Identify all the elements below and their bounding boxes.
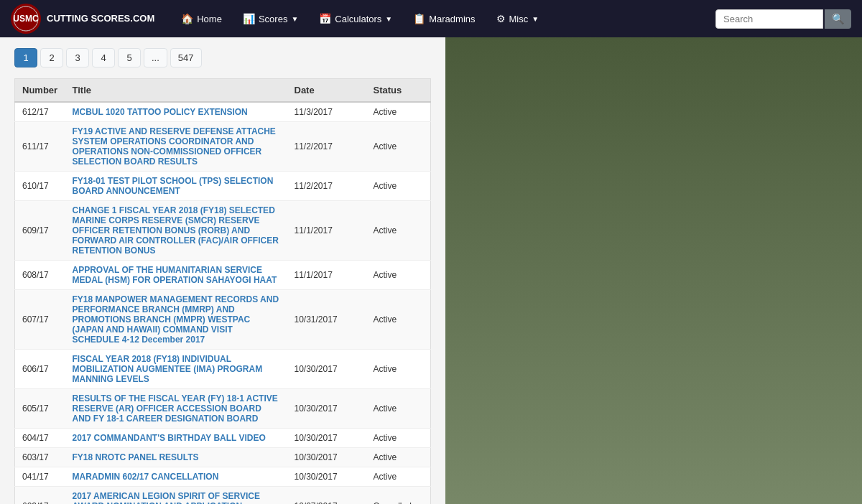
col-header-date: Date (287, 79, 366, 103)
nav-misc[interactable]: ⚙ Misc ▼ (488, 7, 548, 30)
title-link[interactable]: FY18 MANPOWER MANAGEMENT RECORDS AND PER… (73, 294, 279, 345)
cell-title: CHANGE 1 FISCAL YEAR 2018 (FY18) SELECTE… (65, 201, 287, 261)
cell-status: Active (366, 261, 431, 290)
page-btn-2[interactable]: 2 (40, 48, 63, 67)
cell-date: 11/3/2017 (287, 102, 366, 122)
table-row: 606/17FISCAL YEAR 2018 (FY18) INDIVIDUAL… (15, 350, 431, 389)
cell-title: FY19 ACTIVE AND RESERVE DEFENSE ATTACHE … (65, 122, 287, 172)
cell-date: 10/30/2017 (287, 429, 366, 448)
table-row: 611/17FY19 ACTIVE AND RESERVE DEFENSE AT… (15, 122, 431, 172)
nav-scores[interactable]: 📊 Scores ▼ (234, 7, 307, 30)
title-link[interactable]: CHANGE 1 FISCAL YEAR 2018 (FY18) SELECTE… (73, 205, 279, 256)
cell-date: 10/31/2017 (287, 290, 366, 350)
col-header-number: Number (15, 79, 65, 103)
cell-number: 041/17 (15, 467, 65, 487)
col-header-title: Title (65, 79, 287, 103)
cell-date: 10/30/2017 (287, 389, 366, 429)
page-btn-5[interactable]: 5 (118, 48, 141, 67)
misc-icon: ⚙ (496, 13, 506, 24)
cell-date: 11/2/2017 (287, 172, 366, 201)
page-btn-...[interactable]: ... (144, 48, 167, 67)
cell-title: APPROVAL OF THE HUMANITARIAN SERVICE MED… (65, 261, 287, 290)
cell-number: 611/17 (15, 122, 65, 172)
search-button[interactable]: 🔍 (825, 9, 851, 29)
nav-home-label: Home (197, 14, 222, 24)
cell-status: Active (366, 201, 431, 261)
cell-number: 607/17 (15, 290, 65, 350)
maradmins-table: Number Title Date Status 612/17MCBUL 102… (14, 78, 431, 504)
cell-title: MCBUL 1020 TATTOO POLICY EXTENSION (65, 102, 287, 122)
title-link[interactable]: FY18 NROTC PANEL RESULTS (73, 452, 199, 462)
cell-status: Active (366, 122, 431, 172)
cell-date: 11/1/2017 (287, 261, 366, 290)
nav-calculators[interactable]: 📅 Calculators ▼ (310, 7, 401, 30)
marine-logo-svg: USMC (13, 6, 39, 32)
cell-number: 604/17 (15, 429, 65, 448)
cell-status: Active (366, 350, 431, 389)
table-body: 612/17MCBUL 1020 TATTOO POLICY EXTENSION… (15, 102, 431, 504)
cell-status: Cancelled (366, 487, 431, 505)
table-row: 605/17RESULTS OF THE FISCAL YEAR (FY) 18… (15, 389, 431, 429)
maradmins-icon: 📋 (413, 13, 425, 24)
cell-status: Active (366, 172, 431, 201)
title-link[interactable]: 2017 COMMANDANT'S BIRTHDAY BALL VIDEO (73, 433, 266, 443)
table-row: 604/172017 COMMANDANT'S BIRTHDAY BALL VI… (15, 429, 431, 448)
title-link[interactable]: MCBUL 1020 TATTOO POLICY EXTENSION (73, 107, 248, 117)
cell-number: 610/17 (15, 172, 65, 201)
cell-status: Active (366, 290, 431, 350)
main-navbar: USMC CUTTING SCORES.COM 🏠 Home 📊 Scores … (0, 0, 862, 37)
title-link[interactable]: FY19 ACTIVE AND RESERVE DEFENSE ATTACHE … (73, 126, 276, 167)
scores-icon: 📊 (243, 13, 255, 24)
search-input[interactable] (715, 9, 823, 29)
page-btn-3[interactable]: 3 (66, 48, 89, 67)
nav-home[interactable]: 🏠 Home (172, 7, 231, 30)
cell-title: 2017 AMERICAN LEGION SPIRIT OF SERVICE A… (65, 487, 287, 505)
title-link[interactable]: MARADMIN 602/17 CANCELLATION (73, 472, 219, 482)
nav-misc-label: Misc (509, 14, 529, 24)
search-icon: 🔍 (832, 13, 844, 24)
calculators-caret-icon: ▼ (385, 15, 392, 23)
brand-logo-icon: USMC (11, 4, 41, 34)
content-area: 12345...547 Number Title Date Status 612… (0, 37, 445, 504)
page-btn-547[interactable]: 547 (170, 48, 202, 67)
nav-scores-label: Scores (259, 14, 287, 24)
table-row: 609/17CHANGE 1 FISCAL YEAR 2018 (FY18) S… (15, 201, 431, 261)
cell-status: Active (366, 467, 431, 487)
cell-number: 605/17 (15, 389, 65, 429)
table-header-row: Number Title Date Status (15, 79, 431, 103)
cell-date: 10/30/2017 (287, 350, 366, 389)
cell-number: 602/17 (15, 487, 65, 505)
cell-number: 612/17 (15, 102, 65, 122)
cell-status: Active (366, 102, 431, 122)
cell-number: 608/17 (15, 261, 65, 290)
cell-title: 2017 COMMANDANT'S BIRTHDAY BALL VIDEO (65, 429, 287, 448)
title-link[interactable]: FISCAL YEAR 2018 (FY18) INDIVIDUAL MOBIL… (73, 354, 263, 384)
cell-date: 10/30/2017 (287, 467, 366, 487)
cell-number: 606/17 (15, 350, 65, 389)
cell-status: Active (366, 389, 431, 429)
brand-logo-link[interactable]: USMC CUTTING SCORES.COM (11, 4, 154, 34)
cell-date: 10/30/2017 (287, 448, 366, 467)
cell-title: FY18-01 TEST PILOT SCHOOL (TPS) SELECTIO… (65, 172, 287, 201)
table-header: Number Title Date Status (15, 79, 431, 103)
page-btn-1[interactable]: 1 (14, 48, 37, 67)
search-form: 🔍 (715, 9, 851, 29)
table-row: 610/17FY18-01 TEST PILOT SCHOOL (TPS) SE… (15, 172, 431, 201)
pagination: 12345...547 (14, 48, 431, 67)
cell-title: FISCAL YEAR 2018 (FY18) INDIVIDUAL MOBIL… (65, 350, 287, 389)
table-row: 608/17APPROVAL OF THE HUMANITARIAN SERVI… (15, 261, 431, 290)
cell-status: Active (366, 429, 431, 448)
title-link[interactable]: APPROVAL OF THE HUMANITARIAN SERVICE MED… (73, 265, 277, 285)
nav-maradmins[interactable]: 📋 Maradmins (404, 7, 483, 30)
page-btn-4[interactable]: 4 (92, 48, 115, 67)
title-link[interactable]: FY18-01 TEST PILOT SCHOOL (TPS) SELECTIO… (73, 176, 274, 196)
title-link[interactable]: 2017 AMERICAN LEGION SPIRIT OF SERVICE A… (73, 491, 260, 504)
cell-date: 11/1/2017 (287, 201, 366, 261)
title-link[interactable]: RESULTS OF THE FISCAL YEAR (FY) 18-1 ACT… (73, 393, 278, 424)
cell-title: MARADMIN 602/17 CANCELLATION (65, 467, 287, 487)
table-row: 041/17MARADMIN 602/17 CANCELLATION10/30/… (15, 467, 431, 487)
cell-number: 609/17 (15, 201, 65, 261)
nav-maradmins-label: Maradmins (429, 14, 475, 24)
table-row: 602/172017 AMERICAN LEGION SPIRIT OF SER… (15, 487, 431, 505)
svg-text:USMC: USMC (13, 14, 39, 24)
